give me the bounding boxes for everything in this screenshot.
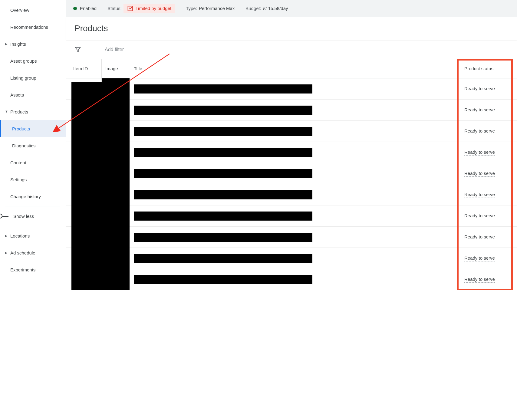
table-body: Ready to serveReady to serveReady to ser… [66, 78, 517, 290]
filter-bar: Add filter [66, 40, 517, 59]
chevron-right-icon: ▶ [5, 251, 7, 255]
table-row[interactable]: Ready to serve [66, 163, 517, 184]
col-header-title[interactable]: Title [132, 59, 459, 78]
col-header-product-status[interactable]: Product status [459, 59, 511, 78]
cell-product-status[interactable]: Ready to serve [459, 184, 511, 205]
col-spacer [511, 142, 517, 163]
cell-product-status[interactable]: Ready to serve [459, 163, 511, 184]
table-row[interactable]: Ready to serve [66, 142, 517, 163]
divider [5, 226, 60, 226]
status-text: Ready to serve [464, 128, 495, 134]
sidebar-item-content[interactable]: Content [0, 154, 66, 171]
cell-product-status[interactable]: Ready to serve [459, 248, 511, 269]
sidebar-item-settings[interactable]: Settings [0, 171, 66, 188]
col-spacer [511, 184, 517, 205]
cell-title [132, 205, 459, 226]
sidebar-label: Products [12, 126, 30, 131]
table-row[interactable]: Ready to serve [66, 121, 517, 142]
table-row[interactable]: Ready to serve [66, 184, 517, 205]
sidebar-item-experiments[interactable]: Experiments [0, 261, 66, 278]
status-text: Ready to serve [464, 149, 495, 156]
add-filter-input[interactable]: Add filter [105, 47, 124, 52]
col-spacer [511, 205, 517, 226]
status-chip-limited-by-budget[interactable]: Limited by budget [123, 4, 175, 13]
sidebar-label: Asset groups [10, 58, 37, 64]
sidebar-show-less[interactable]: Show less [0, 208, 66, 225]
sidebar-label: Locations [10, 233, 30, 238]
col-spacer [511, 59, 517, 78]
sidebar-item-insights[interactable]: ▶Insights [0, 35, 66, 52]
cell-product-status[interactable]: Ready to serve [459, 227, 511, 248]
table-row[interactable]: Ready to serve [66, 248, 517, 269]
redacted-block [134, 84, 312, 94]
redacted-block [134, 169, 312, 178]
sidebar-label: Listing group [10, 75, 36, 80]
cell-product-status[interactable]: Ready to serve [459, 205, 511, 226]
products-table: Item ID Image Title Product status Ready… [66, 59, 517, 420]
sidebar-sub-diagnostics[interactable]: Diagnostics [0, 137, 66, 154]
sidebar-label: Experiments [10, 267, 35, 272]
collapse-icon [0, 214, 2, 218]
status-text: Ready to serve [464, 234, 495, 240]
col-spacer [511, 227, 517, 248]
type-label: Type: [186, 6, 197, 11]
cell-product-status[interactable]: Ready to serve [459, 121, 511, 142]
cell-product-status[interactable]: Ready to serve [459, 142, 511, 163]
campaign-budget[interactable]: Budget: £115.58/day [245, 6, 288, 11]
table-row[interactable]: Ready to serve [66, 205, 517, 227]
sidebar-label: Change history [10, 194, 41, 199]
sidebar-item-recommendations[interactable]: Recommendations [0, 18, 66, 35]
table-row[interactable]: Ready to serve [66, 100, 517, 121]
chevron-right-icon: ▶ [5, 42, 7, 46]
cell-title [132, 248, 459, 269]
redacted-block [134, 233, 312, 242]
sidebar-label: Assets [10, 92, 24, 97]
sidebar-item-locations[interactable]: ▶Locations [0, 227, 66, 244]
sidebar-item-assets[interactable]: Assets [0, 86, 66, 103]
col-header-item-id[interactable]: Item ID [66, 59, 102, 78]
cell-title [132, 227, 459, 248]
status-text: Ready to serve [464, 277, 495, 283]
status-value: Limited by budget [136, 6, 171, 11]
redacted-block [134, 148, 312, 157]
status-text: Ready to serve [464, 107, 495, 113]
cell-title [132, 78, 459, 99]
sidebar-item-overview[interactable]: Overview [0, 2, 66, 18]
cell-title [132, 163, 459, 184]
cell-product-status[interactable]: Ready to serve [459, 100, 511, 120]
sidebar-item-change-history[interactable]: Change history [0, 188, 66, 205]
table-row[interactable]: Ready to serve [66, 78, 517, 100]
sidebar-item-listing-group[interactable]: Listing group [0, 69, 66, 86]
col-header-image[interactable]: Image [102, 59, 132, 78]
sidebar-label: Products [10, 109, 28, 114]
sidebar-label: Insights [10, 41, 26, 47]
redacted-block [134, 212, 312, 221]
table-row[interactable]: Ready to serve [66, 269, 517, 290]
chevron-right-icon: ▶ [5, 234, 7, 238]
type-value: Performance Max [199, 6, 235, 11]
sidebar-item-products[interactable]: ▼Products [0, 103, 66, 120]
table-row[interactable]: Ready to serve [66, 227, 517, 248]
cell-title [132, 100, 459, 120]
sidebar-label: Content [10, 160, 26, 165]
sidebar-item-asset-groups[interactable]: Asset groups [0, 52, 66, 69]
table-header: Item ID Image Title Product status [66, 59, 517, 78]
cell-product-status[interactable]: Ready to serve [459, 78, 511, 99]
status-text: Ready to serve [464, 192, 495, 198]
cell-product-status[interactable]: Ready to serve [459, 269, 511, 290]
cell-title [132, 269, 459, 290]
svg-marker-1 [75, 47, 81, 52]
filter-icon[interactable] [74, 46, 81, 53]
status-text: Ready to serve [464, 213, 495, 219]
chart-warning-icon [127, 5, 133, 11]
sidebar-label: Overview [10, 8, 29, 13]
sidebar-sub-products[interactable]: Products [0, 120, 66, 137]
cell-title [132, 121, 459, 142]
sidebar-label: Recommendations [10, 25, 48, 30]
redacted-block [71, 82, 105, 290]
status-text: Ready to serve [464, 255, 495, 261]
divider [5, 206, 60, 206]
redacted-block [134, 254, 312, 263]
sidebar-item-ad-schedule[interactable]: ▶Ad schedule [0, 244, 66, 261]
campaign-enabled[interactable]: Enabled [73, 6, 97, 11]
